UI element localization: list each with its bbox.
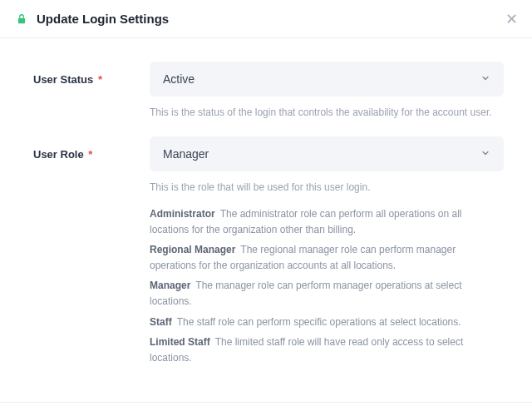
chevron-down-icon xyxy=(480,147,490,161)
role-name: Regional Manager xyxy=(150,244,235,255)
role-description-item: Limited StaffThe limited staff role will… xyxy=(150,334,504,365)
user-role-label-text: User Role xyxy=(33,148,84,161)
role-name: Manager xyxy=(150,280,190,291)
role-description-item: StaffThe staff role can perform specific… xyxy=(150,314,504,330)
role-name: Limited Staff xyxy=(150,336,210,348)
close-button[interactable]: ✕ xyxy=(502,10,520,28)
required-marker: * xyxy=(98,73,102,86)
role-description-item: Regional ManagerThe regional manager rol… xyxy=(150,242,504,273)
user-status-value: Active xyxy=(163,72,195,86)
user-status-hint: This is the status of the login that con… xyxy=(150,105,504,120)
role-description-item: AdministratorThe administrator role can … xyxy=(150,206,504,237)
user-status-label: User Status * xyxy=(33,62,150,120)
lock-icon xyxy=(15,12,28,26)
user-role-value: Manager xyxy=(163,147,209,161)
role-description-item: ManagerThe manager role can perform mana… xyxy=(150,278,504,309)
svg-rect-0 xyxy=(18,17,25,22)
role-desc: The staff role can perform specific oper… xyxy=(177,316,461,328)
role-name: Administrator xyxy=(150,208,215,220)
user-status-field: Active This is the status of the login t… xyxy=(150,62,504,120)
user-role-select[interactable]: Manager xyxy=(150,136,504,171)
role-name: Staff xyxy=(150,316,172,328)
update-login-settings-modal: Update Login Settings ✕ User Status * Ac… xyxy=(0,0,532,416)
user-status-select[interactable]: Active xyxy=(150,62,504,97)
modal-footer: Cancel Update Login Settings → xyxy=(0,402,532,416)
modal-body: User Status * Active This is the status … xyxy=(0,38,532,402)
close-icon: ✕ xyxy=(505,10,518,28)
role-desc: The manager role can perform manager ope… xyxy=(150,280,462,307)
modal-title: Update Login Settings xyxy=(37,12,169,26)
modal-header: Update Login Settings ✕ xyxy=(0,0,532,38)
chevron-down-icon xyxy=(480,72,490,86)
user-role-field: Manager This is the role that will be us… xyxy=(150,136,504,370)
user-status-row: User Status * Active This is the status … xyxy=(33,62,504,120)
role-descriptions: AdministratorThe administrator role can … xyxy=(150,206,504,365)
user-role-row: User Role * Manager This is the role tha… xyxy=(33,136,504,370)
user-status-label-text: User Status xyxy=(33,73,93,86)
user-role-label: User Role * xyxy=(33,136,150,370)
required-marker: * xyxy=(88,148,92,161)
user-role-hint: This is the role that will be used for t… xyxy=(150,180,504,195)
